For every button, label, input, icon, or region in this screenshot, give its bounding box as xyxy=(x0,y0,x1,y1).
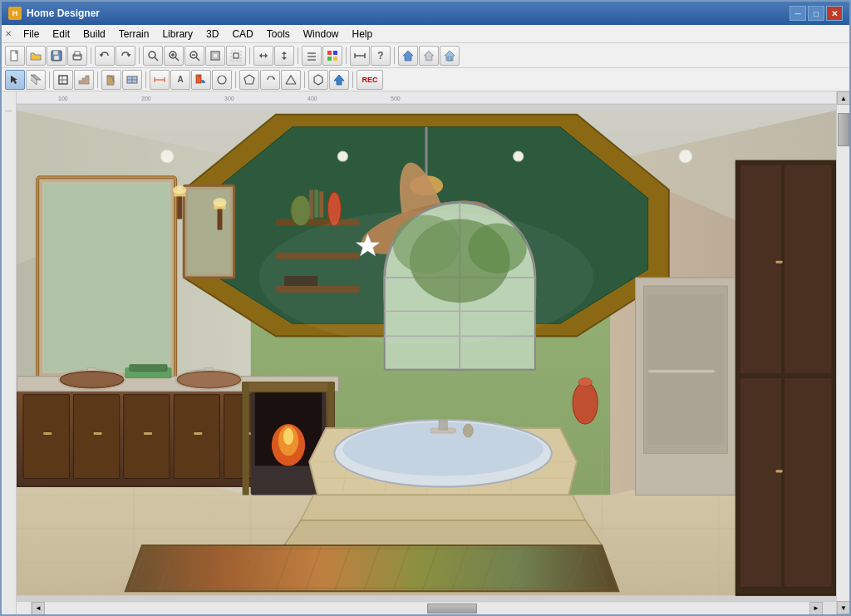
elevation-button[interactable] xyxy=(281,70,301,90)
v-scrollbar-thumb[interactable] xyxy=(838,113,849,146)
help-button[interactable]: ? xyxy=(371,46,391,66)
h-scrollbar-thumb[interactable] xyxy=(427,604,477,614)
v-scrollbar-track[interactable] xyxy=(837,105,849,601)
svg-rect-115 xyxy=(319,191,323,217)
svg-rect-16 xyxy=(211,52,219,60)
sep3 xyxy=(249,47,250,64)
rotate-tool-button[interactable] xyxy=(260,70,280,90)
polygon-tool-button[interactable] xyxy=(239,70,259,90)
menu-build[interactable]: Build xyxy=(76,27,112,42)
svg-rect-19 xyxy=(234,53,239,58)
main-window: H Home Designer ─ □ ✕ ✕ File Edit Build … xyxy=(0,0,851,616)
sep2 xyxy=(139,47,140,64)
sep5 xyxy=(346,47,347,64)
svg-line-14 xyxy=(196,57,199,61)
svg-rect-18 xyxy=(231,51,241,61)
layers-button[interactable] xyxy=(302,46,322,66)
room-tool-button[interactable] xyxy=(53,70,73,90)
svg-rect-27 xyxy=(327,57,332,61)
pan-v-button[interactable] xyxy=(274,46,294,66)
redo-button[interactable] xyxy=(116,46,135,66)
minimize-button[interactable]: ─ xyxy=(790,6,806,21)
svg-point-158 xyxy=(283,428,293,445)
content-area: 100 200 300 400 500 xyxy=(17,91,836,614)
viewport[interactable] xyxy=(17,105,836,601)
svg-rect-183 xyxy=(785,165,832,374)
horizontal-scrollbar[interactable]: ◄ ► xyxy=(32,602,823,614)
h-scrollbar-track[interactable] xyxy=(45,603,809,614)
svg-rect-114 xyxy=(314,190,318,217)
menu-file[interactable]: File xyxy=(17,27,46,42)
close-button[interactable]: ✕ xyxy=(826,6,843,21)
svg-rect-187 xyxy=(776,470,783,472)
arrow-up-button[interactable] xyxy=(329,70,349,90)
menu-help[interactable]: Help xyxy=(345,27,379,42)
menu-window[interactable]: Window xyxy=(297,27,346,42)
scroll-up-button[interactable]: ▲ xyxy=(837,91,849,105)
svg-point-207 xyxy=(160,150,174,163)
svg-text:500: 500 xyxy=(391,96,401,101)
door-tool-button[interactable] xyxy=(101,70,121,90)
bottom-scrollbar-area: ◄ ► xyxy=(17,601,836,614)
svg-point-111 xyxy=(291,195,311,225)
toolbar-1: ? xyxy=(2,43,849,68)
scroll-down-button[interactable]: ▼ xyxy=(837,601,849,614)
fit-all-button[interactable] xyxy=(205,46,225,66)
svg-point-153 xyxy=(578,378,592,387)
svg-rect-139 xyxy=(94,432,102,435)
hex-button[interactable] xyxy=(308,70,328,90)
record-button[interactable]: REC xyxy=(357,70,383,90)
menu-edit[interactable]: Edit xyxy=(46,27,76,42)
vertical-scrollbar[interactable]: ▲ ▼ xyxy=(836,91,849,614)
scroll-right-button[interactable]: ► xyxy=(809,602,823,615)
zoom-in-button[interactable] xyxy=(164,46,184,66)
svg-point-176 xyxy=(463,424,473,437)
new-button[interactable] xyxy=(5,46,25,66)
home-view3-button[interactable] xyxy=(440,46,460,66)
home-view2-button[interactable] xyxy=(419,46,439,66)
color-button[interactable] xyxy=(322,46,342,66)
svg-line-10 xyxy=(175,57,179,61)
svg-marker-58 xyxy=(334,75,344,85)
menu-library[interactable]: Library xyxy=(155,27,199,42)
sep11 xyxy=(304,71,305,88)
home-view1-button[interactable] xyxy=(398,46,418,66)
zoom-tool-button[interactable] xyxy=(143,46,163,66)
menu-cad[interactable]: CAD xyxy=(225,27,259,42)
svg-rect-17 xyxy=(213,53,218,58)
svg-rect-3 xyxy=(54,56,59,60)
stairs-button[interactable] xyxy=(74,70,94,90)
sep12 xyxy=(352,71,353,88)
wall-tool-button[interactable] xyxy=(26,70,46,90)
svg-rect-53 xyxy=(198,75,201,77)
menu-tools[interactable]: Tools xyxy=(260,27,297,42)
restore-button[interactable]: □ xyxy=(808,6,824,21)
svg-rect-120 xyxy=(43,183,170,372)
measure-button[interactable] xyxy=(350,46,370,66)
fit-sel-button[interactable] xyxy=(226,46,246,66)
main-area: │ 100 200 300 400 500 xyxy=(2,91,849,614)
paint-tool-button[interactable] xyxy=(191,70,211,90)
menu-terrain[interactable]: Terrain xyxy=(112,27,156,42)
dimension-tool-button[interactable] xyxy=(150,70,170,90)
svg-text:300: 300 xyxy=(224,96,234,101)
menu-3d[interactable]: 3D xyxy=(199,27,225,42)
svg-rect-2 xyxy=(53,51,58,55)
svg-point-7 xyxy=(149,52,155,58)
window-tool-button[interactable] xyxy=(122,70,142,90)
circle-tool-button[interactable] xyxy=(212,70,232,90)
print-button[interactable] xyxy=(67,46,87,66)
sep10 xyxy=(235,71,236,88)
zoom-out-button[interactable] xyxy=(184,46,204,66)
text-tool-button[interactable]: A xyxy=(170,70,190,90)
svg-marker-55 xyxy=(244,75,254,84)
svg-marker-163 xyxy=(301,495,585,520)
open-button[interactable] xyxy=(26,46,46,66)
select-tool-button[interactable] xyxy=(5,70,25,90)
pan-h-button[interactable] xyxy=(253,46,273,66)
save-button[interactable] xyxy=(47,46,66,66)
scroll-left-button[interactable]: ◄ xyxy=(32,602,45,615)
undo-button[interactable] xyxy=(95,46,115,66)
svg-point-211 xyxy=(259,210,593,344)
svg-rect-151 xyxy=(130,365,167,372)
